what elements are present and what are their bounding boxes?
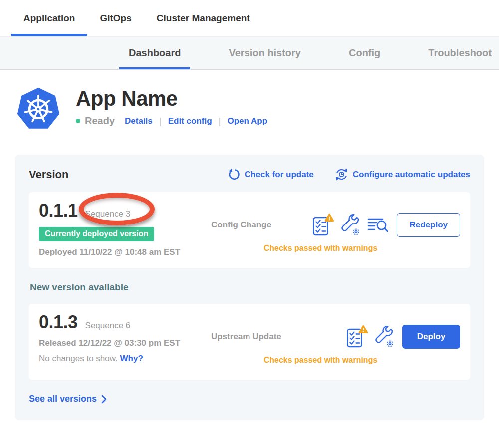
released-timestamp: Released 12/12/22 @ 03:30 pm EST xyxy=(39,338,211,348)
no-changes-text: No changes to show. xyxy=(39,354,118,363)
open-app-link[interactable]: Open App xyxy=(227,116,267,126)
refresh-icon xyxy=(228,168,240,181)
app-status: Ready xyxy=(85,115,115,127)
view-files-search-icon[interactable] xyxy=(367,217,389,233)
check-for-update-link[interactable]: Check for update xyxy=(228,168,314,181)
tab-gitops[interactable]: GitOps xyxy=(87,0,144,36)
new-version-heading: New version available xyxy=(30,282,470,293)
config-wrench-icon[interactable] xyxy=(375,325,395,348)
tab-config[interactable]: Config xyxy=(339,37,390,69)
see-all-versions-link[interactable]: See all versions xyxy=(29,394,107,404)
configure-automatic-updates-link[interactable]: Configure automatic updates xyxy=(335,168,470,181)
divider: | xyxy=(159,116,162,127)
tab-application[interactable]: Application xyxy=(11,0,87,36)
edit-config-link[interactable]: Edit config xyxy=(168,116,212,126)
version-card: Version Check for update xyxy=(15,155,484,420)
app-name: App Name xyxy=(76,88,267,110)
auto-update-clock-icon xyxy=(335,168,348,181)
why-link[interactable]: Why? xyxy=(120,354,143,363)
available-sequence-label: Sequence 6 xyxy=(85,321,131,331)
version-card-title: Version xyxy=(29,168,228,181)
details-link[interactable]: Details xyxy=(125,116,153,126)
tab-version-history[interactable]: Version history xyxy=(219,37,310,69)
preflight-checks-warning-icon[interactable] xyxy=(312,213,334,237)
config-wrench-icon[interactable] xyxy=(341,214,361,236)
redeploy-button[interactable]: Redeploy xyxy=(397,213,460,237)
currently-deployed-badge: Currently deployed version xyxy=(39,227,154,241)
secondary-nav: Dashboard Version history Config Trouble… xyxy=(0,36,499,70)
deployed-source-label: Config Change xyxy=(211,220,271,230)
chevron-right-icon xyxy=(101,395,107,404)
deployed-checks-status: Checks passed with warnings xyxy=(211,244,460,253)
divider: | xyxy=(219,116,221,127)
primary-nav: Application GitOps Cluster Management xyxy=(0,0,499,36)
tab-dashboard[interactable]: Dashboard xyxy=(119,37,190,69)
preflight-checks-warning-icon[interactable] xyxy=(346,325,368,349)
app-header: App Name Ready Details | Edit config | O… xyxy=(0,70,499,132)
deployed-version-row: 0.1.1 Sequence 3 Currently deployed vers… xyxy=(29,192,470,268)
kubernetes-logo-icon xyxy=(15,85,62,132)
tab-cluster-management[interactable]: Cluster Management xyxy=(144,0,262,36)
deployed-version-number: 0.1.1 xyxy=(39,200,78,221)
available-source-label: Upstream Update xyxy=(211,332,281,342)
status-ready-dot xyxy=(76,119,80,123)
deployed-sequence-label: Sequence 3 xyxy=(85,209,131,219)
deploy-button[interactable]: Deploy xyxy=(402,325,460,349)
deployed-timestamp: Deployed 11/10/22 @ 10:48 am EST xyxy=(39,247,211,257)
available-version-number: 0.1.3 xyxy=(39,312,78,332)
available-checks-status: Checks passed with warnings xyxy=(211,356,460,365)
tab-troubleshoot[interactable]: Troubleshoot xyxy=(419,37,499,69)
available-version-row: 0.1.3 Sequence 6 Released 12/12/22 @ 03:… xyxy=(29,304,470,380)
